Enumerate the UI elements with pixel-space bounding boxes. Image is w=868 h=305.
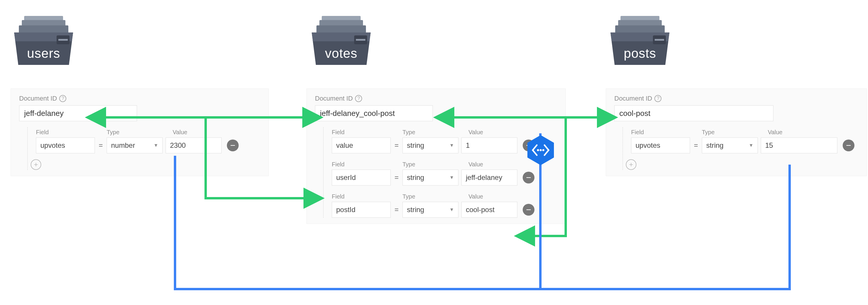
svg-rect-5 bbox=[19, 25, 68, 33]
document-id-input[interactable]: cool-post bbox=[614, 105, 773, 121]
field-row: postId = string ▼ cool-post − bbox=[332, 202, 565, 218]
equals-sign: = bbox=[391, 141, 402, 149]
field-type-value: number bbox=[111, 141, 135, 149]
header-field: Field bbox=[332, 193, 391, 200]
document-id-input[interactable]: jeff-delaney_cool-post bbox=[315, 105, 433, 121]
add-field-button[interactable]: + bbox=[626, 159, 637, 170]
header-field: Field bbox=[36, 129, 95, 136]
document-id-input[interactable]: jeff-delaney bbox=[19, 105, 137, 121]
field-type-select[interactable]: string ▼ bbox=[402, 202, 459, 218]
header-type: Type bbox=[402, 161, 461, 168]
equals-sign: = bbox=[95, 141, 107, 149]
field-value-input[interactable]: cool-post bbox=[461, 202, 517, 218]
document-id-text: Document ID bbox=[614, 95, 652, 102]
collection-drawer-users: users bbox=[11, 15, 76, 68]
collection-label: posts bbox=[608, 46, 672, 61]
remove-field-button[interactable]: − bbox=[227, 140, 239, 151]
field-value-input[interactable]: 2300 bbox=[165, 137, 222, 154]
remove-field-button[interactable]: − bbox=[523, 172, 534, 184]
header-type: Type bbox=[107, 129, 165, 136]
svg-rect-17 bbox=[655, 39, 664, 41]
help-icon[interactable]: ? bbox=[355, 95, 362, 102]
help-icon[interactable]: ? bbox=[59, 95, 66, 102]
svg-rect-10 bbox=[316, 25, 366, 33]
add-field-button[interactable]: + bbox=[31, 159, 41, 170]
svg-rect-15 bbox=[615, 25, 665, 33]
document-id-label: Document ID ? bbox=[614, 95, 867, 102]
chevron-down-icon: ▼ bbox=[154, 143, 158, 148]
remove-field-button[interactable]: − bbox=[523, 204, 534, 216]
header-value: Value bbox=[468, 193, 483, 200]
equals-sign: = bbox=[391, 205, 402, 214]
collection-drawer-posts: posts bbox=[608, 15, 672, 68]
header-type: Type bbox=[402, 129, 461, 136]
remove-field-button[interactable]: − bbox=[843, 140, 855, 151]
header-value: Value bbox=[468, 161, 483, 168]
chevron-down-icon: ▼ bbox=[449, 207, 454, 212]
header-field: Field bbox=[631, 129, 690, 136]
field-type-value: string bbox=[407, 205, 424, 214]
svg-point-19 bbox=[537, 149, 539, 151]
chevron-down-icon: ▼ bbox=[449, 143, 454, 148]
header-value: Value bbox=[768, 129, 782, 136]
field-value-input[interactable]: 15 bbox=[761, 137, 837, 154]
collection-drawer-votes: votes bbox=[309, 15, 374, 68]
field-row: userId = string ▼ jeff-delaney − bbox=[332, 170, 565, 186]
document-id-text: Document ID bbox=[19, 95, 57, 102]
field-type-value: string bbox=[407, 173, 424, 182]
svg-point-21 bbox=[542, 149, 545, 151]
field-value-input[interactable]: 1 bbox=[461, 137, 517, 154]
field-name-input[interactable]: upvotes bbox=[631, 137, 690, 154]
field-type-select[interactable]: string ▼ bbox=[402, 137, 459, 154]
equals-sign: = bbox=[391, 173, 402, 182]
svg-rect-12 bbox=[356, 39, 365, 41]
cloud-functions-icon bbox=[524, 134, 557, 166]
svg-rect-7 bbox=[58, 39, 68, 41]
field-type-value: string bbox=[407, 141, 424, 149]
field-value-input[interactable]: jeff-delaney bbox=[461, 170, 517, 186]
field-name-input[interactable]: value bbox=[332, 137, 391, 154]
header-value: Value bbox=[173, 129, 187, 136]
help-icon[interactable]: ? bbox=[654, 95, 661, 102]
field-row: upvotes = number ▼ 2300 − bbox=[36, 137, 269, 154]
field-header: Field Type Value bbox=[36, 127, 269, 136]
field-name-input[interactable]: upvotes bbox=[36, 137, 95, 154]
header-value: Value bbox=[468, 129, 483, 136]
header-type: Type bbox=[402, 193, 461, 200]
field-name-input[interactable]: userId bbox=[332, 170, 391, 186]
chevron-down-icon: ▼ bbox=[449, 175, 454, 180]
header-field: Field bbox=[332, 129, 391, 136]
chevron-down-icon: ▼ bbox=[749, 143, 753, 148]
field-row: upvotes = string ▼ 15 − bbox=[631, 137, 867, 154]
collection-label: votes bbox=[309, 46, 374, 61]
collection-label: users bbox=[11, 46, 76, 61]
field-header: Field Type Value bbox=[631, 127, 867, 136]
document-id-text: Document ID bbox=[315, 95, 353, 102]
header-field: Field bbox=[332, 161, 391, 168]
field-name-input[interactable]: postId bbox=[332, 202, 391, 218]
svg-point-20 bbox=[540, 149, 542, 151]
field-type-select[interactable]: string ▼ bbox=[702, 137, 758, 154]
field-header: Field Type Value bbox=[332, 191, 565, 200]
equals-sign: = bbox=[690, 141, 702, 149]
header-type: Type bbox=[702, 129, 761, 136]
field-type-value: string bbox=[706, 141, 724, 149]
document-id-label: Document ID ? bbox=[19, 95, 269, 102]
document-panel-users: Document ID ? jeff-delaney Field Type Va… bbox=[10, 88, 269, 176]
field-type-select[interactable]: string ▼ bbox=[402, 170, 459, 186]
document-panel-posts: Document ID ? cool-post Field Type Value… bbox=[606, 88, 867, 176]
document-id-label: Document ID ? bbox=[315, 95, 565, 102]
field-type-select[interactable]: number ▼ bbox=[107, 137, 163, 154]
